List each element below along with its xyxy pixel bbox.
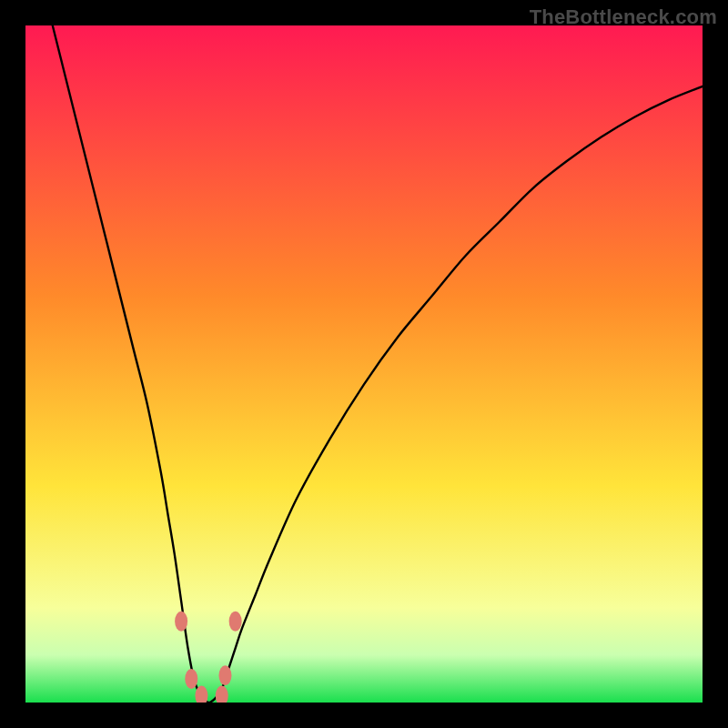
marker-left-lower bbox=[185, 669, 197, 689]
watermark-text: TheBottleneck.com bbox=[530, 5, 717, 29]
plot-area bbox=[25, 25, 703, 703]
marker-right-lower bbox=[218, 665, 231, 685]
gradient-background bbox=[25, 25, 703, 703]
marker-right-upper bbox=[229, 612, 242, 632]
marker-left-upper bbox=[175, 612, 187, 632]
plot-svg bbox=[25, 25, 703, 703]
chart-frame: TheBottleneck.com bbox=[0, 0, 728, 728]
